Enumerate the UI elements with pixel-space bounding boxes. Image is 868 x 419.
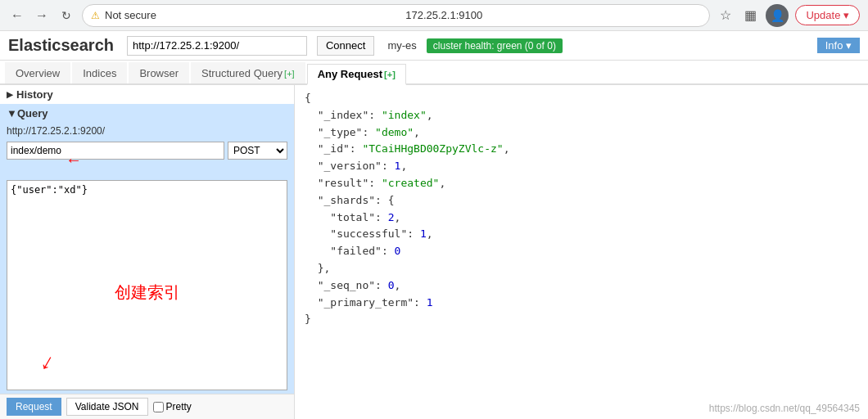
update-button[interactable]: Update ▾ [795,5,860,25]
not-secure-label: Not secure [105,9,400,21]
json-line: } [305,311,858,328]
cast-button[interactable]: ▦ [741,7,759,25]
method-select[interactable]: POST GET PUT DELETE HEAD [228,142,287,160]
star-button[interactable]: ☆ [717,7,735,25]
query-body-textarea[interactable]: {"user":"xd"} [7,180,287,390]
tab-overview[interactable]: Overview [5,62,70,83]
query-base-url: http://172.25.2.1:9200/ [0,123,294,139]
connect-button[interactable]: Connect [317,36,374,56]
history-triangle-icon: ▶ [7,90,13,99]
address-text: 172.25.2.1:9100 [405,9,701,21]
pretty-label[interactable]: Pretty [153,401,192,412]
validate-json-button[interactable]: Validate JSON [66,398,148,416]
app-url-input[interactable] [127,36,307,56]
history-label: History [16,88,53,101]
json-line: "successful": 1, [305,226,858,243]
profile-button[interactable]: 👤 [766,4,789,27]
history-section-header[interactable]: ▶ History [0,85,294,104]
main-content: ▶ History ▼ Query http://172.25.2.1:9200… [0,85,868,419]
address-bar: ⚠ Not secure 172.25.2.1:9100 [82,4,710,27]
tab-any-request[interactable]: Any Request [+] [307,64,406,85]
query-label: Query [17,107,48,119]
query-body-wrap: {"user":"xd"} 创建索引 ↑ [0,177,294,394]
query-path-input[interactable] [7,142,224,160]
app-title: Elasticsearch [8,36,114,55]
json-line: "total": 2, [305,210,858,227]
query-section: ▼ Query http://172.25.2.1:9200/ POST GET… [0,104,294,419]
pretty-checkbox[interactable] [153,402,164,412]
reload-button[interactable]: ↻ [57,7,75,25]
request-button[interactable]: Request [7,398,61,416]
json-line: "_type": "demo", [305,124,858,142]
query-triangle-icon: ▼ [7,107,17,119]
json-line: "_index": "index", [305,107,858,124]
cluster-health-badge: cluster health: green (0 of 0) [427,38,563,53]
json-line: "_shards": { [305,192,858,210]
cluster-name: my-es [387,39,416,52]
json-line: "result": "created", [305,175,858,192]
json-line: "_seq_no": 0, [305,277,858,295]
security-icon: ⚠ [91,10,100,21]
json-line: "_id": "TCaiHHgBD00ZpyZVlc-z", [305,141,858,158]
info-button[interactable]: Info ▾ [817,38,860,53]
nav-tabs: Overview Indices Browser Structured Quer… [0,61,868,85]
bottom-bar: Request Validate JSON Pretty [0,394,294,419]
app-header: Elasticsearch Connect my-es cluster heal… [0,31,868,61]
arrow-annotation-1: ← [0,162,294,177]
json-line: "_version": 1, [305,158,858,175]
tab-structured-query[interactable]: Structured Query [+] [191,62,305,83]
json-line: }, [305,260,858,277]
red-arrow-right-icon: ← [66,151,82,169]
back-button[interactable]: ← [8,7,26,25]
tab-browser[interactable]: Browser [129,62,189,83]
json-line: "failed": 0 [305,243,858,260]
json-output: { "_index": "index", "_type": "demo", "_… [305,90,858,328]
tab-indices[interactable]: Indices [72,62,127,83]
browser-bar: ← → ↻ ⚠ Not secure 172.25.2.1:9100 ☆ ▦ 👤… [0,0,868,31]
forward-button[interactable]: → [33,7,51,25]
watermark: https://blog.csdn.net/qq_49564345 [709,403,860,414]
right-panel: { "_index": "index", "_type": "demo", "_… [295,85,868,419]
query-method-row: POST GET PUT DELETE HEAD [0,139,294,162]
query-section-header[interactable]: ▼ Query [0,104,294,123]
left-panel: ▶ History ▼ Query http://172.25.2.1:9200… [0,85,295,419]
json-line: { [305,90,858,107]
json-line: "_primary_term": 1 [305,295,858,312]
